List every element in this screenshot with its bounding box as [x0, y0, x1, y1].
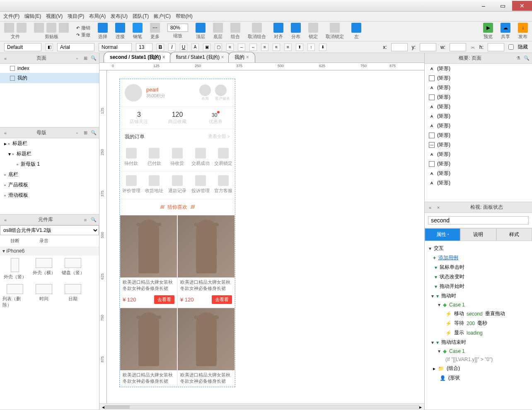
cut-icon[interactable] [34, 23, 44, 33]
master-item[interactable]: ▫ 产品模板 [0, 180, 99, 190]
ungroup-icon[interactable] [252, 23, 262, 33]
doc-tab-first[interactable]: fisrst / State1 (我的) × [170, 52, 230, 63]
distribute-icon[interactable] [291, 23, 301, 33]
widget-hangup[interactable]: 挂断 [2, 238, 27, 244]
window-close-button[interactable]: ✕ [512, 1, 532, 11]
event-item[interactable]: 状态改变时 [440, 273, 464, 280]
y-input[interactable] [420, 43, 436, 51]
align-right-icon[interactable]: ≡ [284, 43, 292, 51]
style-paint-icon[interactable]: ◧ [46, 43, 53, 51]
event-item[interactable]: 鼠标单击时 [440, 264, 464, 271]
scroll-thumb[interactable] [105, 405, 130, 409]
group-icon[interactable] [230, 23, 240, 33]
mock-phone[interactable]: pearl 3500积分 布局 客户服务 3店铺关注 120商品收藏 30优惠券 [119, 79, 235, 387]
widget-item[interactable]: 列表（删除） [2, 284, 27, 308]
outline-item[interactable]: A(矩形) [425, 83, 532, 92]
undo-button[interactable]: 撤销 [81, 25, 90, 31]
close-tab-icon[interactable]: × [221, 54, 224, 60]
outline-item[interactable]: (矩形) [425, 73, 532, 83]
menu-account[interactable]: 账户(C) [154, 13, 171, 20]
outline-item[interactable]: (矩形) [425, 92, 532, 102]
add-case-link[interactable]: 添加用例 [438, 254, 458, 261]
arrow-icon[interactable]: ↔ [249, 43, 257, 51]
font-select[interactable] [57, 43, 94, 51]
bold-icon[interactable]: B [157, 43, 164, 51]
master-item[interactable]: ▫ 底栏 [0, 169, 99, 180]
widget-item[interactable]: 时间 [31, 284, 56, 308]
preview-icon[interactable]: ▶ [483, 23, 493, 33]
widget-name-input[interactable] [428, 216, 529, 224]
lib-menu-icon[interactable]: ≡ [82, 217, 88, 223]
add-folder-icon[interactable]: ⊞ [82, 55, 88, 61]
shape-item[interactable]: (形状 [448, 374, 460, 381]
outline-item[interactable]: A(矩形) [425, 169, 532, 178]
master-item[interactable]: ▫ 新母版 1 [0, 159, 99, 169]
connect-icon[interactable] [115, 23, 125, 33]
fill-icon[interactable]: ▣ [203, 43, 210, 51]
tab-properties[interactable]: 属性 * [425, 228, 460, 241]
search-icon[interactable]: 🔍 [91, 55, 97, 61]
close-tab-icon[interactable]: × [162, 54, 165, 60]
widget-item[interactable]: 外壳（横） [31, 258, 56, 280]
valign-top-icon[interactable]: ⬆ [296, 43, 303, 51]
outline-item[interactable]: A(矩形) [425, 111, 532, 121]
interact-header[interactable]: 交互 [434, 245, 444, 252]
horizontal-scrollbar[interactable]: ◂ ▸ [99, 403, 424, 410]
x-input[interactable] [391, 43, 408, 51]
menu-file[interactable]: 文件(F) [3, 13, 19, 20]
back-icon[interactable] [213, 23, 223, 33]
textcolor-icon[interactable]: A [191, 43, 199, 51]
select-icon[interactable] [98, 23, 108, 33]
publish-icon[interactable]: ↓ [518, 23, 528, 33]
group-item[interactable]: (组合) [447, 365, 460, 372]
doc-tab-mine[interactable]: 我的 × [228, 52, 255, 63]
outline-item[interactable]: A(矩形) [425, 150, 532, 159]
event-drag[interactable]: 拖动时 [441, 292, 456, 299]
zoom-select[interactable]: 80% [167, 24, 188, 32]
outline-item[interactable]: A(矩形) [425, 102, 532, 111]
tab-notes[interactable]: 说明 [460, 228, 496, 241]
search-icon[interactable]: 🔍 [91, 217, 97, 223]
page-item-index[interactable]: index [0, 64, 99, 73]
page-item-mine[interactable]: 我的 [0, 73, 99, 83]
weight-select[interactable] [99, 43, 132, 51]
outline-item[interactable]: (矩形) [425, 130, 532, 140]
copy-icon[interactable] [46, 23, 56, 33]
linestyle-icon[interactable]: – [238, 43, 245, 51]
filter-icon[interactable]: ⚗ [515, 55, 521, 61]
redo-button[interactable]: 重做 [81, 32, 90, 38]
outline-item[interactable]: —(矩形) [425, 140, 532, 150]
window-min-button[interactable]: – [474, 1, 493, 11]
unlock-icon[interactable] [330, 23, 340, 33]
case-item[interactable]: Case 1 [449, 348, 465, 354]
h-input[interactable] [488, 43, 504, 51]
tab-style[interactable]: 样式 [496, 228, 532, 241]
add-master-icon[interactable]: ▫ [74, 130, 80, 136]
open-file-icon[interactable] [17, 23, 27, 33]
search-icon[interactable]: 🔍 [524, 55, 530, 61]
outline-item[interactable]: A(矩形) [425, 64, 532, 73]
lock-icon[interactable] [308, 23, 318, 33]
menu-view[interactable]: 视图(V) [46, 13, 63, 20]
scroll-right-icon[interactable]: ▸ [419, 404, 422, 410]
widget-record[interactable]: 录音 [31, 238, 56, 244]
master-item[interactable]: ▾ ▫ 标题栏 [0, 149, 99, 159]
valign-bot-icon[interactable]: ⬇ [319, 43, 326, 51]
lib-section[interactable]: ▾ iPhone6 [0, 246, 99, 256]
lineweight-icon[interactable]: ≡ [226, 43, 234, 51]
w-input[interactable] [450, 43, 466, 51]
share-icon[interactable]: ☁ [501, 23, 510, 33]
search-icon[interactable]: 🔍 [91, 130, 97, 136]
align-left-icon[interactable] [351, 23, 361, 33]
menu-team[interactable]: 团队(T) [133, 13, 149, 20]
new-file-icon[interactable] [4, 23, 14, 33]
case-item[interactable]: Case 1 [449, 302, 465, 308]
add-page-icon[interactable]: ▫ [74, 55, 80, 61]
event-dragend[interactable]: 拖动结束时 [441, 339, 466, 346]
pen-icon[interactable] [133, 23, 143, 33]
align-icon[interactable] [273, 23, 283, 33]
panel-close-icon[interactable]: « [427, 205, 433, 210]
underline-icon[interactable]: U [180, 43, 187, 51]
master-item[interactable]: ▫ 滑动模板 [0, 190, 99, 200]
align-left-icon[interactable]: ≡ [261, 43, 268, 51]
